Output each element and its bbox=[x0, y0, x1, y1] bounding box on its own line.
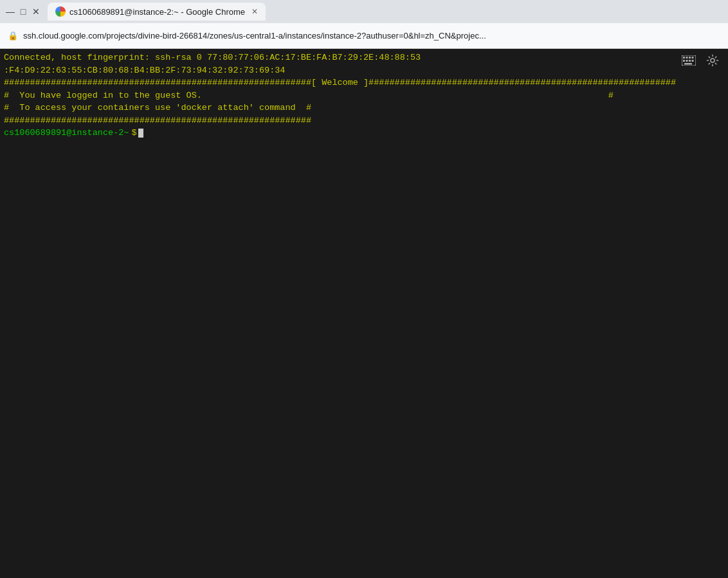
url-display[interactable]: ssh.cloud.google.com/projects/divine-bir… bbox=[23, 31, 715, 41]
window-controls[interactable]: — □ ✕ bbox=[5, 6, 41, 17]
maximize-button[interactable]: □ bbox=[18, 6, 28, 17]
svg-point-10 bbox=[711, 59, 714, 62]
terminal-prompt[interactable]: cs1060689891@instance-2 ~ $ bbox=[4, 127, 724, 140]
ssh-toolbar[interactable] bbox=[679, 53, 722, 71]
svg-rect-7 bbox=[689, 60, 691, 62]
terminal-line-2: :F4:D9:22:63:55:CB:80:68:B4:BB:2F:73:94:… bbox=[4, 64, 724, 77]
terminal-line-4: # You have logged in to the guest OS. # bbox=[4, 89, 724, 102]
minimize-button[interactable]: — bbox=[5, 6, 15, 17]
tab-close-button[interactable]: ✕ bbox=[251, 7, 258, 16]
address-bar: 🔒 ssh.cloud.google.com/projects/divine-b… bbox=[0, 23, 728, 49]
svg-rect-4 bbox=[692, 57, 694, 59]
title-bar: — □ ✕ cs1060689891@instance-2:~ - Google… bbox=[0, 0, 728, 23]
lock-icon: 🔒 bbox=[8, 31, 18, 41]
svg-rect-9 bbox=[684, 63, 692, 65]
terminal-cursor bbox=[138, 129, 143, 138]
keyboard-button[interactable] bbox=[679, 54, 698, 70]
prompt-dollar: $ bbox=[131, 127, 136, 140]
svg-rect-5 bbox=[683, 60, 685, 62]
terminal-line-1: Connected, host fingerprint: ssh-rsa 0 7… bbox=[4, 51, 724, 64]
terminal-line-6: ########################################… bbox=[4, 114, 724, 127]
terminal-line-5: # To access your containers use 'docker … bbox=[4, 102, 724, 114]
tab-favicon bbox=[55, 6, 66, 17]
tab-title: cs1060689891@instance-2:~ - Google Chrom… bbox=[69, 7, 245, 17]
svg-rect-2 bbox=[686, 57, 688, 59]
terminal-line-3: ########################################… bbox=[4, 77, 724, 89]
svg-rect-8 bbox=[692, 60, 694, 62]
browser-tab[interactable]: cs1060689891@instance-2:~ - Google Chrom… bbox=[48, 3, 266, 21]
tab-area: cs1060689891@instance-2:~ - Google Chrom… bbox=[48, 3, 723, 21]
svg-rect-3 bbox=[689, 57, 691, 59]
close-button[interactable]: ✕ bbox=[31, 6, 41, 17]
settings-button[interactable] bbox=[704, 53, 722, 71]
prompt-username: cs1060689891@instance-2 bbox=[4, 127, 123, 140]
terminal-area[interactable]: Connected, host fingerprint: ssh-rsa 0 7… bbox=[0, 49, 728, 578]
svg-rect-6 bbox=[686, 60, 688, 62]
prompt-path: ~ bbox=[123, 127, 129, 140]
svg-rect-1 bbox=[683, 57, 685, 59]
